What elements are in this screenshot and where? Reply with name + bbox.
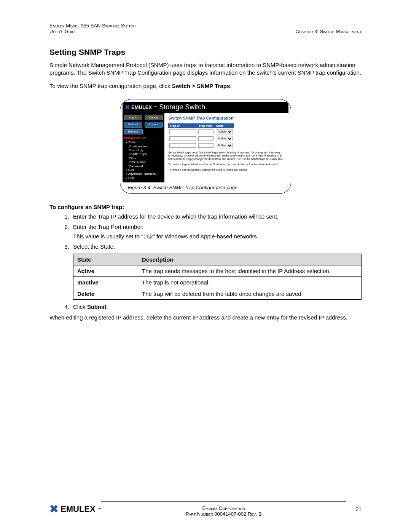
state-table: State Description Active The trap sends … <box>73 254 362 300</box>
logo-text: EMULEX <box>131 104 152 110</box>
reboot-button[interactable]: Reboot <box>124 122 142 127</box>
table-row: Delete The trap will be deleted from the… <box>73 288 362 300</box>
app-title: Storage Switch <box>159 103 205 111</box>
step-2: Enter the Trap Port number. This value i… <box>71 224 362 240</box>
trap-state-select-3[interactable]: Active <box>216 143 233 148</box>
trap-port-input-2[interactable] <box>198 136 213 141</box>
trap-ip-input-2[interactable] <box>169 136 196 141</box>
help-text-2: To create a trap registration, enter an … <box>168 163 285 166</box>
tree-snmptraps[interactable]: SNMP Traps <box>124 152 163 156</box>
state-delete: Delete <box>73 288 138 300</box>
help-text-1: Set up SNMP traps here. The SNMP traps a… <box>168 151 285 161</box>
figure-screenshot: ✖ EMULEX™ Storage Switch Log In Cancel R… <box>120 99 291 194</box>
logo-x-icon: ✖ <box>125 104 130 111</box>
footer-corp: Emulex Corporation <box>101 505 346 511</box>
tree-files[interactable]: Files <box>124 157 163 160</box>
trap-table: Trap IP Trap Port State Active A <box>168 123 234 149</box>
trap-port-input-3[interactable] <box>198 143 213 148</box>
table-row: Inactive The trap is not operational. <box>73 277 362 288</box>
tree-password[interactable]: Password <box>124 165 163 168</box>
col-state: State <box>215 123 234 128</box>
table-row: Active The trap sends messages to the ho… <box>73 265 362 277</box>
page-number: 21 <box>346 506 362 512</box>
step-1: Enter the Trap IP address for the device… <box>71 213 362 220</box>
intro-paragraph-2: To view the SNMP trap configuration page… <box>49 82 362 90</box>
footer-x-icon: ✖ <box>49 503 58 515</box>
trap-state-select-1[interactable]: Active <box>216 129 233 134</box>
state-col-header: State <box>73 254 138 265</box>
trap-state-select-2[interactable]: Active <box>216 136 233 141</box>
tree-root[interactable]: Storage Switch <box>124 136 163 140</box>
login-button[interactable]: Log In <box>124 115 142 120</box>
intro2-pre: To view the SNMP trap configuration page… <box>49 83 172 89</box>
header-product: Emulex Model 355 SAN Storage Switch <box>49 23 135 29</box>
section-title: Setting SNMP Traps <box>49 48 362 57</box>
col-trap-ip: Trap IP <box>168 123 197 128</box>
state-inactive: Inactive <box>73 277 138 288</box>
trap-ip-input-1[interactable] <box>169 129 196 134</box>
desc-active: The trap sends messages to the host iden… <box>138 265 362 277</box>
header-chapter: Chapter 3: Switch Management <box>295 29 362 34</box>
step-3: Select the State. State Description Acti… <box>71 243 362 300</box>
tree-configuration[interactable]: Configuration <box>124 145 163 149</box>
desc-delete: The trap will be deleted from the table … <box>138 288 362 300</box>
refresh-button[interactable]: Refresh <box>124 129 143 134</box>
app-header: ✖ EMULEX™ Storage Switch <box>123 102 288 113</box>
page-footer: ✖ EMULEX™ Emulex Corporation Part Number… <box>49 497 362 517</box>
configure-subhead: To configure an SNMP trap: <box>49 204 362 210</box>
step-2-note: This value is usually set to "162" for W… <box>73 233 362 240</box>
desc-col-header: Description <box>138 254 362 265</box>
content-pane: Switch SNMP Trap Configuration Trap IP T… <box>164 113 288 182</box>
trap-port-input-1[interactable] <box>198 129 213 134</box>
trap-ip-input-3[interactable] <box>169 143 196 148</box>
step4-pre: Click <box>73 304 87 310</box>
intro-paragraph-1: Simple Network Management Protocol (SNMP… <box>49 61 362 77</box>
help-text-3: To delete a trap registration, change th… <box>168 168 285 171</box>
tree-help[interactable]: ▪ Help <box>124 176 163 180</box>
figure-caption: Figure 3-4: Switch SNMP Trap Configurati… <box>123 182 288 190</box>
desc-inactive: The trap is not operational. <box>138 277 362 288</box>
steps-list: Enter the Trap IP address for the device… <box>71 213 362 314</box>
tree-datetime[interactable]: Date & Time <box>124 160 163 164</box>
submit-label: Submit <box>87 304 107 310</box>
step-4: Click Submit. <box>71 304 362 310</box>
closing-paragraph: When editing a registered IP address, de… <box>49 314 362 321</box>
footer-part: Part Number 00041407-002 Rev. B <box>101 511 346 517</box>
menu-path: Switch > SNMP Traps <box>172 83 230 89</box>
step4-post: . <box>107 304 108 310</box>
emulex-logo: ✖ EMULEX™ <box>125 104 157 111</box>
page-header: Emulex Model 355 SAN Storage Switch User… <box>49 23 362 36</box>
sidebar: Log In Cancel Reboot Logout Refresh Stor… <box>123 113 164 182</box>
tree-port[interactable]: ▪ Port <box>124 168 163 172</box>
content-title: Switch SNMP Trap Configuration <box>168 116 285 120</box>
header-guide: User's Guide <box>49 29 135 34</box>
logo-tm: ™ <box>153 105 157 109</box>
tree-eventlog[interactable]: Event Log <box>124 149 163 152</box>
col-trap-port: Trap Port <box>197 123 215 128</box>
cancel-button[interactable]: Cancel <box>145 115 163 120</box>
tree-switch[interactable]: ▪ Switch <box>124 141 163 144</box>
state-active: Active <box>73 265 138 277</box>
tree-advanced[interactable]: ▪ Advanced Functions <box>124 172 163 176</box>
intro2-post: . <box>230 83 231 89</box>
logout-button[interactable]: Logout <box>145 122 163 127</box>
footer-logo: ✖ EMULEX™ <box>49 503 101 515</box>
footer-brand: EMULEX <box>61 504 96 514</box>
